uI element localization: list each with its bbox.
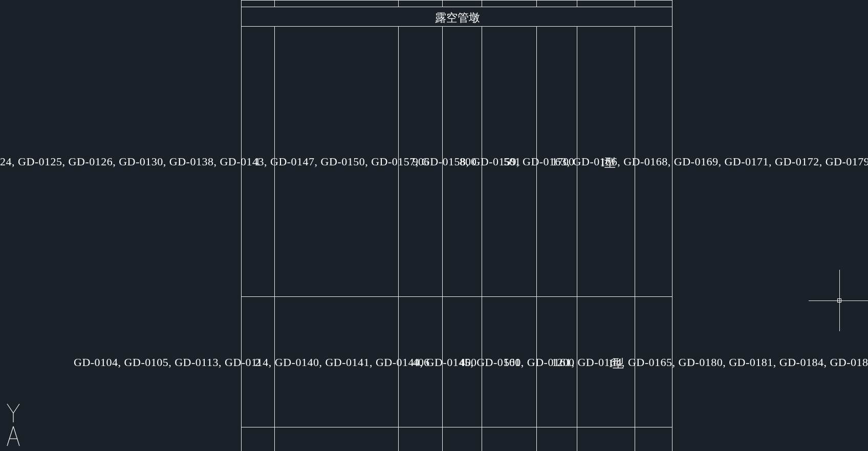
row2-col1: 2 <box>255 356 261 369</box>
ucs-icon <box>4 402 25 448</box>
table-vline <box>274 0 275 7</box>
row1-col4: 800 <box>460 155 476 168</box>
row2-col5: 501 <box>504 356 520 369</box>
cad-drawing-area[interactable]: 露空管墩 24, GD-0125, GD-0126, GD-0130, GD-0… <box>0 0 868 451</box>
table-vline <box>577 0 577 7</box>
row2-col6: 1200 <box>552 356 574 369</box>
crosshair-pickbox <box>837 298 841 303</box>
table-hline <box>241 26 672 27</box>
table-vline <box>672 0 672 451</box>
svg-line-3 <box>7 426 13 446</box>
row1-col7: I型 <box>601 155 616 170</box>
table-vline <box>536 26 537 451</box>
svg-line-0 <box>7 404 13 413</box>
table-vline <box>635 26 635 451</box>
svg-line-4 <box>13 426 19 446</box>
table-vline <box>398 26 399 451</box>
table-vline <box>241 0 242 451</box>
table-vline <box>577 26 577 451</box>
table-vline <box>482 26 482 451</box>
row1-col6: 1700 <box>552 155 574 168</box>
table-vline <box>536 0 537 7</box>
row2-col4: 400 <box>460 356 476 369</box>
table-header-title: 露空管墩 <box>435 10 480 26</box>
row2-col3: 406 <box>413 356 429 369</box>
row1-col3: 906 <box>413 155 429 168</box>
row1-col5: 501 <box>504 155 520 168</box>
table-vline <box>442 0 443 7</box>
row1-code-list: 24, GD-0125, GD-0126, GD-0130, GD-0138, … <box>0 155 868 168</box>
table-hline <box>241 296 672 297</box>
table-vline <box>482 0 482 7</box>
table-vline <box>442 26 443 451</box>
svg-line-1 <box>13 404 19 413</box>
table-vline <box>398 0 399 7</box>
table-hline <box>241 427 672 427</box>
table-vline <box>274 26 275 451</box>
table-vline <box>635 0 635 7</box>
table-hline <box>241 0 672 1</box>
row1-col1: 1 <box>255 155 261 168</box>
row2-col7: I型 <box>609 356 624 371</box>
table-hline <box>241 7 672 7</box>
